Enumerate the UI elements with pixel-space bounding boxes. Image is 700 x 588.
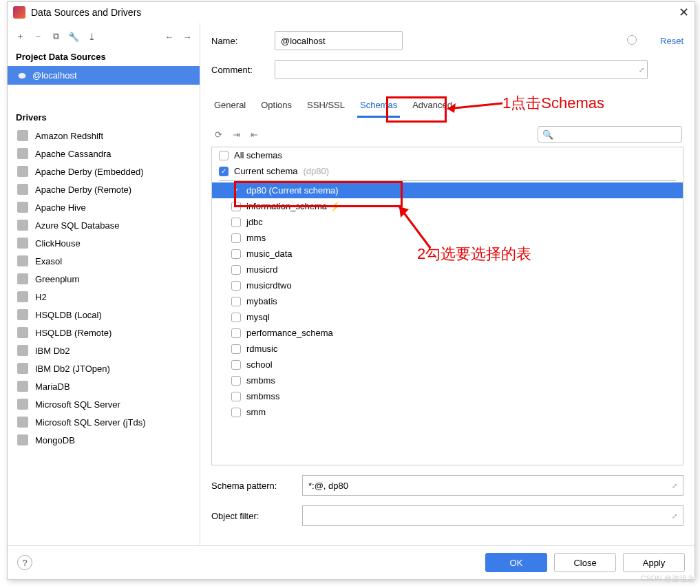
comment-input[interactable]: ⤢ [275,60,648,79]
checkbox[interactable] [231,265,241,275]
driver-item[interactable]: Microsoft SQL Server (jTds) [8,413,200,431]
schema-item[interactable]: music_data [212,246,683,262]
circle-icon[interactable] [627,35,637,45]
driver-item[interactable]: Greenplum [8,270,200,288]
tab-advanced[interactable]: Advanced [410,96,455,118]
filter-input[interactable]: ⤢ [302,505,683,526]
checkbox[interactable] [231,408,241,417]
schema-item[interactable]: smm [212,404,683,420]
schema-label: mms [246,233,266,243]
project-ds-header: Project Data Sources [8,45,200,66]
tab-schemas[interactable]: Schemas [357,96,400,118]
tab-general[interactable]: General [211,96,248,118]
comment-label: Comment: [211,65,266,75]
driver-item[interactable]: ClickHouse [8,234,200,252]
schema-current[interactable]: ✓ Current schema (dp80) [212,163,683,179]
driver-label: ClickHouse [35,238,81,249]
checkbox[interactable] [231,281,241,291]
checkbox[interactable] [231,392,241,401]
copy-icon[interactable]: ⧉ [50,31,61,42]
driver-item[interactable]: Microsoft SQL Server [8,395,200,413]
schema-item[interactable]: performance_schema [212,325,683,341]
checkbox[interactable] [231,202,241,211]
wrench-icon[interactable]: 🔧 [68,31,79,42]
schema-list[interactable]: All schemas ✓ Current schema (dp80) ✓dp8… [211,147,683,465]
remove-icon[interactable]: － [32,31,43,42]
reset-link[interactable]: Reset [660,36,683,46]
driver-item[interactable]: IBM Db2 (JTOpen) [8,359,200,377]
name-label: Name: [211,36,266,46]
schema-label: Current schema [234,166,297,176]
schema-item[interactable]: smbms [212,372,683,388]
help-icon[interactable]: ? [17,555,32,570]
expand-icon[interactable]: ⤢ [672,482,677,490]
checkbox[interactable]: ✓ [219,167,229,176]
driver-item[interactable]: HSQLDB (Local) [8,306,200,324]
driver-item[interactable]: H2 [8,288,200,306]
schema-item[interactable]: mybatis [212,293,683,309]
expand-icon[interactable]: ⤢ [639,66,644,74]
close-icon[interactable]: ✕ [679,5,689,20]
checkbox[interactable]: ✓ [231,186,241,196]
driver-item[interactable]: Exasol [8,252,200,270]
schema-label: information_schema ⚡ [246,201,341,211]
collapse-icon[interactable]: ⇤ [248,129,259,140]
driver-item[interactable]: Apache Derby (Remote) [8,180,200,198]
schema-item[interactable]: mms [212,230,683,246]
schema-label: mysql [246,312,270,322]
checkbox[interactable] [231,360,241,370]
driver-item[interactable]: IBM Db2 [8,342,200,359]
close-button[interactable]: Close [554,553,616,572]
name-input[interactable] [275,31,403,50]
expand-icon[interactable]: ⤢ [672,512,677,520]
schema-item[interactable]: rdmusic [212,341,683,357]
driver-list[interactable]: Amazon RedshiftApache CassandraApache De… [8,127,200,540]
schema-item[interactable]: smbmss [212,388,683,404]
schema-item[interactable]: musicrdtwo [212,277,683,293]
datasource-label: @localhost [32,70,77,81]
driver-label: Microsoft SQL Server (jTds) [35,417,146,428]
driver-item[interactable]: Apache Cassandra [8,145,200,162]
checkbox[interactable] [231,249,241,259]
driver-item[interactable]: Amazon Redshift [8,127,200,145]
datasource-item[interactable]: @localhost [8,66,200,85]
schema-item[interactable]: mysql [212,309,683,325]
driver-item[interactable]: HSQLDB (Remote) [8,324,200,342]
checkbox[interactable] [231,376,241,386]
driver-label: Apache Cassandra [35,149,112,159]
driver-item[interactable]: Apache Derby (Embedded) [8,162,200,180]
checkbox[interactable] [219,151,229,160]
driver-label: Apache Derby (Embedded) [35,167,144,177]
schema-item[interactable]: jdbc [212,214,683,230]
driver-item[interactable]: Azure SQL Database [8,216,200,234]
pattern-input[interactable]: *:@, dp80 ⤢ [302,475,683,496]
checkbox[interactable] [231,218,241,227]
driver-item[interactable]: MongoDB [8,431,200,449]
chart-icon[interactable]: ⤓ [86,31,97,42]
schema-all[interactable]: All schemas [212,147,683,163]
refresh-icon[interactable]: ⟳ [213,129,224,140]
schema-item[interactable]: information_schema ⚡ [212,198,683,214]
add-icon[interactable]: ＋ [14,31,25,42]
ok-button[interactable]: OK [485,553,547,572]
undo-icon[interactable]: ← [164,31,175,42]
main-area: ＋ － ⧉ 🔧 ⤓ ← → Project Data Sources @loca… [8,23,694,545]
tab-sshssl[interactable]: SSH/SSL [304,96,348,118]
schema-item[interactable]: ✓dp80 (Current schema) [212,182,683,198]
schema-item[interactable]: musicrd [212,262,683,277]
apply-button[interactable]: Apply [623,553,685,572]
checkbox[interactable] [231,313,241,322]
left-toolbar: ＋ － ⧉ 🔧 ⤓ ← → [8,28,200,45]
schema-search[interactable]: 🔍 [538,126,682,143]
driver-label: MariaDB [35,381,70,392]
driver-item[interactable]: Apache Hive [8,198,200,216]
tab-options[interactable]: Options [258,96,295,118]
driver-item[interactable]: MariaDB [8,377,200,395]
checkbox[interactable] [231,344,241,354]
checkbox[interactable] [231,328,241,338]
redo-icon[interactable]: → [182,31,193,42]
schema-item[interactable]: school [212,357,683,372]
checkbox[interactable] [231,297,241,306]
checkbox[interactable] [231,233,241,243]
expand-icon[interactable]: ⇥ [231,129,242,140]
